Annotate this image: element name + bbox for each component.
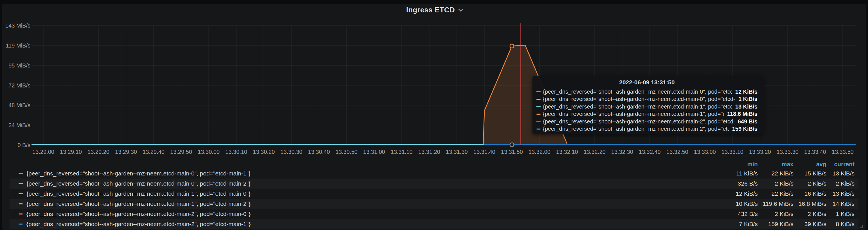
graph-panel: Ingress ETCD 143 MiB/s119 MiB/s95 MiB/s7… xyxy=(2,4,866,230)
legend-value-min: 326 B/s xyxy=(718,180,758,187)
legend-row: {peer_dns_reversed="shoot--ash-garden--m… xyxy=(9,219,859,229)
tooltip-series-value: 649 B/s xyxy=(734,119,757,125)
tooltip-series-row: {peer_dns_reversed="shoot--ash-garden--m… xyxy=(536,96,757,103)
legend-value-min: 11 KiB/s xyxy=(718,170,758,177)
x-axis-tick: 13:31:50 xyxy=(496,148,527,156)
x-axis-tick: 13:33:10 xyxy=(717,148,748,156)
legend-value-max: 22 KiB/s xyxy=(758,170,794,177)
legend-table: minmaxavgcurrent {peer_dns_reversed="sho… xyxy=(9,160,859,229)
x-axis-tick: 13:31:20 xyxy=(414,148,445,156)
panel-resize-grip[interactable] xyxy=(860,225,863,228)
tooltip-series-label: {peer_dns_reversed="shoot--ash-garden--m… xyxy=(543,119,734,125)
legend-row: {peer_dns_reversed="shoot--ash-garden--m… xyxy=(9,209,859,219)
x-axis-tick: 13:32:10 xyxy=(552,148,583,156)
legend-value-current: 8 KiB/s xyxy=(826,221,855,227)
series-color-dash-icon xyxy=(19,213,23,215)
legend-series-toggle[interactable]: {peer_dns_reversed="shoot--ash-garden--m… xyxy=(9,190,718,197)
legend-value-avg: 15 KiB/s xyxy=(794,170,826,177)
legend-series-toggle[interactable]: {peer_dns_reversed="shoot--ash-garden--m… xyxy=(9,180,718,187)
x-axis-tick: 13:31:40 xyxy=(469,148,500,156)
legend-row: {peer_dns_reversed="shoot--ash-garden--m… xyxy=(9,178,859,189)
series-color-dash-icon xyxy=(536,113,540,115)
legend-value-current: 2 KiB/s xyxy=(826,180,855,187)
x-axis-tick: 13:30:50 xyxy=(331,148,362,156)
y-axis-tick: 0 B/s xyxy=(4,141,30,149)
panel-title-menu[interactable]: Ingress ETCD xyxy=(2,4,866,16)
legend-value-avg: 2 KiB/s xyxy=(794,210,826,217)
series-color-dash-icon xyxy=(19,203,23,204)
x-axis-tick: 13:33:20 xyxy=(745,148,775,156)
hover-point-marker xyxy=(510,44,514,48)
legend-value-avg: 39 KiB/s xyxy=(794,221,826,227)
legend-header-min[interactable]: min xyxy=(718,161,758,168)
x-axis-tick: 13:33:50 xyxy=(827,148,858,156)
tooltip-series-value: 118.6 MiB/s xyxy=(724,111,757,117)
x-axis-tick: 13:29:30 xyxy=(111,148,142,156)
x-axis-tick: 13:33:30 xyxy=(772,148,803,156)
legend-header: minmaxavgcurrent xyxy=(9,160,859,168)
chevron-down-icon xyxy=(458,6,463,11)
series-color-dash-icon xyxy=(536,129,540,130)
tooltip-series-row: {peer_dns_reversed="shoot--ash-garden--m… xyxy=(536,110,757,118)
series-color-dash-icon xyxy=(536,106,540,107)
legend-value-max: 159 KiB/s xyxy=(758,221,794,227)
tooltip-series-label: {peer_dns_reversed="shoot--ash-garden--m… xyxy=(543,126,729,132)
x-axis-tick: 13:33:40 xyxy=(800,148,831,156)
y-axis-tick: 95 MiB/s xyxy=(4,62,30,69)
series-color-dash-icon xyxy=(19,224,23,225)
tooltip-timestamp: 2022-06-09 13:31:50 xyxy=(536,79,757,86)
legend-value-current: 13 KiB/s xyxy=(826,190,855,197)
legend-value-current: 14 KiB/s xyxy=(826,200,855,207)
legend-value-current: 13 KiB/s xyxy=(826,170,855,177)
tooltip-series-label: {peer_dns_reversed="shoot--ash-garden--m… xyxy=(543,111,724,117)
y-axis-tick: 143 MiB/s xyxy=(4,22,30,29)
hover-point-marker xyxy=(510,143,514,147)
legend-header-max[interactable]: max xyxy=(758,161,794,168)
tooltip-series-value: 12 KiB/s xyxy=(732,89,757,95)
legend-series-label: {peer_dns_reversed="shoot--ash-garden--m… xyxy=(26,210,251,217)
legend-row: {peer_dns_reversed="shoot--ash-garden--m… xyxy=(9,168,859,178)
series-color-dash-icon xyxy=(19,173,23,174)
hover-tooltip: 2022-06-09 13:31:50 {peer_dns_reversed="… xyxy=(532,76,764,134)
legend-value-avg: 16.8 MiB/s xyxy=(794,200,826,207)
legend-series-toggle[interactable]: {peer_dns_reversed="shoot--ash-garden--m… xyxy=(9,170,718,177)
x-axis-tick: 13:32:20 xyxy=(579,148,610,156)
legend-value-current: 1 KiB/s xyxy=(826,210,855,217)
legend-row: {peer_dns_reversed="shoot--ash-garden--m… xyxy=(9,189,859,199)
series-color-dash-icon xyxy=(536,91,540,92)
legend-series-label: {peer_dns_reversed="shoot--ash-garden--m… xyxy=(26,200,251,207)
x-axis-tick: 13:30:00 xyxy=(193,148,224,156)
x-axis-tick: 13:29:40 xyxy=(138,148,169,156)
y-axis-tick: 24 MiB/s xyxy=(4,122,30,129)
series-color-dash-icon xyxy=(536,99,540,100)
legend-series-toggle[interactable]: {peer_dns_reversed="shoot--ash-garden--m… xyxy=(9,200,718,207)
tooltip-series-label: {peer_dns_reversed="shoot--ash-garden--m… xyxy=(543,96,735,102)
series-color-dash-icon xyxy=(19,193,23,194)
y-axis-tick: 48 MiB/s xyxy=(4,101,30,109)
legend-value-min: 432 B/s xyxy=(718,210,758,217)
tooltip-series-row: {peer_dns_reversed="shoot--ash-garden--m… xyxy=(536,118,757,125)
legend-value-min: 7 KiB/s xyxy=(718,221,758,227)
legend-header-current[interactable]: current xyxy=(826,161,855,168)
legend-value-min: 12 KiB/s xyxy=(718,190,758,197)
legend-header-avg[interactable]: avg xyxy=(794,161,826,168)
legend-value-max: 22 KiB/s xyxy=(758,190,794,197)
tooltip-series-value: 13 KiB/s xyxy=(732,103,757,110)
x-axis-tick: 13:30:40 xyxy=(304,148,335,156)
tooltip-series-row: {peer_dns_reversed="shoot--ash-garden--m… xyxy=(536,88,757,96)
tooltip-series-label: {peer_dns_reversed="shoot--ash-garden--m… xyxy=(543,89,732,95)
grafana-page: Ingress ETCD 143 MiB/s119 MiB/s95 MiB/s7… xyxy=(0,0,868,230)
legend-value-max: 119.6 MiB/s xyxy=(758,200,794,207)
legend-value-avg: 2 KiB/s xyxy=(794,180,826,187)
panel-title: Ingress ETCD xyxy=(406,6,455,14)
tooltip-series-label: {peer_dns_reversed="shoot--ash-garden--m… xyxy=(543,103,732,110)
x-axis-tick: 13:29:50 xyxy=(166,148,196,156)
legend-series-label: {peer_dns_reversed="shoot--ash-garden--m… xyxy=(26,221,251,227)
legend-value-max: 2 KiB/s xyxy=(758,180,794,187)
x-axis-tick: 13:31:00 xyxy=(359,148,390,156)
legend-series-toggle[interactable]: {peer_dns_reversed="shoot--ash-garden--m… xyxy=(9,210,718,217)
x-axis-tick: 13:30:10 xyxy=(221,148,252,156)
series-color-dash-icon xyxy=(536,121,540,122)
tooltip-series-value: 1 KiB/s xyxy=(735,96,757,102)
legend-series-toggle[interactable]: {peer_dns_reversed="shoot--ash-garden--m… xyxy=(9,221,718,227)
